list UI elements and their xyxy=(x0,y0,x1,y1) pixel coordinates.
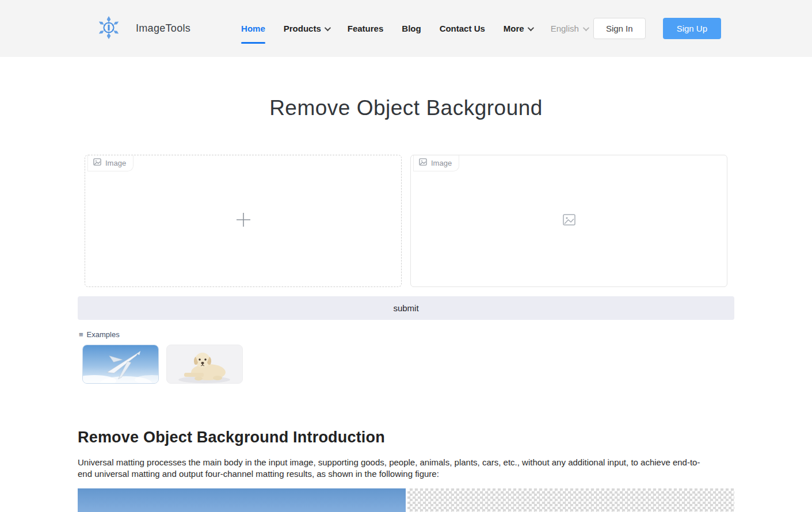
example-airplane-thumbnail[interactable] xyxy=(82,345,159,384)
chevron-down-icon xyxy=(527,24,533,30)
upload-drop-zone[interactable] xyxy=(85,155,401,286)
sky-photo xyxy=(78,488,406,512)
nav-features-label: Features xyxy=(348,24,384,33)
sign-up-button[interactable]: Sign Up xyxy=(663,18,721,39)
brand-name: ImageTools xyxy=(136,22,190,35)
examples-section: ≡ Examples xyxy=(78,330,734,384)
nav-products-label: Products xyxy=(284,24,321,33)
nav-more-label: More xyxy=(504,24,524,33)
examples-header: ≡ Examples xyxy=(78,330,734,339)
submit-button[interactable]: submit xyxy=(78,296,734,320)
chevron-down-icon xyxy=(325,24,331,30)
intro-body: Universal matting processes the main bod… xyxy=(78,457,711,480)
header: ImageTools Home Products Features Blog C… xyxy=(0,0,812,57)
io-panels: Image Image xyxy=(78,155,734,287)
result-placeholder xyxy=(411,155,727,286)
examples-label: Examples xyxy=(87,330,120,339)
nav-home[interactable]: Home xyxy=(241,18,265,39)
transparency-checkerboard xyxy=(407,488,734,512)
auth-buttons: Sign In Sign Up xyxy=(593,18,721,39)
main-nav: Home Products Features Blog Contact Us M… xyxy=(241,18,532,39)
nav-contact-us-label: Contact Us xyxy=(440,24,485,33)
brand-link[interactable]: ImageTools xyxy=(98,16,190,42)
upload-input-panel[interactable]: Image xyxy=(85,155,402,287)
nav-home-label: Home xyxy=(241,24,265,33)
intro-section: Remove Object Background Introduction Un… xyxy=(78,429,734,480)
active-underline xyxy=(241,42,265,44)
image-placeholder-icon xyxy=(563,214,575,228)
before-after-figure xyxy=(78,488,734,512)
result-output-panel: Image xyxy=(410,155,727,287)
nav-blog-label: Blog xyxy=(402,24,421,33)
sign-in-button[interactable]: Sign In xyxy=(593,18,646,39)
example-dog-thumbnail[interactable] xyxy=(166,345,243,384)
main-content: Remove Object Background Image xyxy=(78,96,734,512)
plus-icon xyxy=(235,211,252,231)
intro-heading: Remove Object Background Introduction xyxy=(78,429,734,446)
nav-contact-us[interactable]: Contact Us xyxy=(440,18,485,39)
nav-blog[interactable]: Blog xyxy=(402,18,421,39)
page-title: Remove Object Background xyxy=(78,96,734,120)
list-icon: ≡ xyxy=(79,330,83,339)
language-label: English xyxy=(551,24,579,33)
examples-row xyxy=(78,345,734,384)
nav-products[interactable]: Products xyxy=(284,18,329,39)
chevron-down-icon xyxy=(583,24,589,30)
nav-features[interactable]: Features xyxy=(348,18,384,39)
logo-icon xyxy=(98,16,120,42)
language-selector[interactable]: English xyxy=(551,24,588,33)
nav-more[interactable]: More xyxy=(504,18,532,39)
